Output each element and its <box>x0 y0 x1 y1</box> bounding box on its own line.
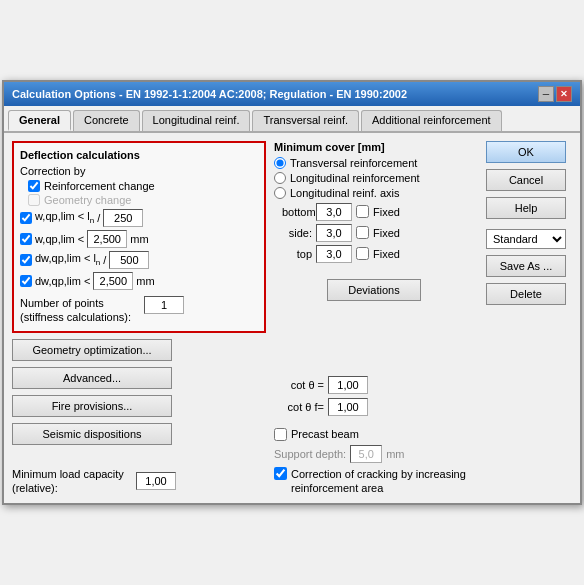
window-title: Calculation Options - EN 1992-1-1:2004 A… <box>12 88 407 100</box>
longitudinal-radio[interactable] <box>274 172 286 184</box>
top-fixed-label: Fixed <box>373 248 400 260</box>
longitudinal-axis-radio[interactable] <box>274 187 286 199</box>
row1-input[interactable] <box>103 209 143 227</box>
points-label: Number of points (stiffness calculations… <box>20 296 140 325</box>
row4-input[interactable] <box>93 272 133 290</box>
close-button[interactable]: ✕ <box>556 86 572 102</box>
points-input[interactable] <box>144 296 184 314</box>
cot-theta-f-input[interactable] <box>328 398 368 416</box>
tab-concrete[interactable]: Concrete <box>73 110 140 131</box>
bottom-fixed-label: Fixed <box>373 206 400 218</box>
points-row: Number of points (stiffness calculations… <box>20 296 258 325</box>
bottom-buttons: Geometry optimization... Advanced... Fir… <box>12 339 172 447</box>
deflection-box: Deflection calculations Correction by Re… <box>12 141 266 333</box>
min-cover-section: Minimum cover [mm] Transversal reinforce… <box>274 141 474 301</box>
row4-label: dw,qp,lim < <box>35 275 90 287</box>
save-as-button[interactable]: Save As ... <box>486 255 566 277</box>
cot-theta-label: cot θ = <box>274 379 324 391</box>
seismic-dispositions-button[interactable]: Seismic dispositions <box>12 423 172 445</box>
far-right-buttons: OK Cancel Help Standard Custom Save As .… <box>482 141 572 495</box>
row1-subscript: n <box>90 217 94 226</box>
support-depth-row: Support depth: mm <box>274 445 474 463</box>
minimize-button[interactable]: ─ <box>538 86 554 102</box>
side-fixed-label: Fixed <box>373 227 400 239</box>
correction-label: Correction of cracking by increasing rei… <box>291 467 474 496</box>
row4-unit: mm <box>136 275 154 287</box>
precast-checkbox[interactable] <box>274 428 287 441</box>
ok-button[interactable]: OK <box>486 141 566 163</box>
row3-slash: / <box>103 254 106 266</box>
min-load-row: Minimum load capacity (relative): <box>12 467 266 496</box>
deflection-title: Deflection calculations <box>20 149 258 161</box>
longitudinal-axis-radio-row: Longitudinal reinf. axis <box>274 187 474 199</box>
formula-row-2: w,qp,lim < mm <box>20 230 258 248</box>
top-fixed-checkbox[interactable] <box>356 247 369 260</box>
main-window: Calculation Options - EN 1992-1-1:2004 A… <box>2 80 582 505</box>
bottom-label: bottom <box>282 206 312 218</box>
main-content: Deflection calculations Correction by Re… <box>4 133 580 503</box>
row2-input[interactable] <box>87 230 127 248</box>
bottom-fixed-checkbox[interactable] <box>356 205 369 218</box>
left-column: Deflection calculations Correction by Re… <box>12 141 266 495</box>
tab-longitudinal-reinf[interactable]: Longitudinal reinf. <box>142 110 251 131</box>
row3-label: dw,qp,lim < ln <box>35 252 100 267</box>
row4-checkbox[interactable] <box>20 275 32 287</box>
min-load-label: Minimum load capacity (relative): <box>12 467 132 496</box>
support-depth-label: Support depth: <box>274 448 346 460</box>
transversal-radio-row: Transversal reinforcement <box>274 157 474 169</box>
tab-general[interactable]: General <box>8 110 71 131</box>
row2-label: w,qp,lim < <box>35 233 84 245</box>
correction-checkbox[interactable] <box>274 467 287 480</box>
row1-checkbox[interactable] <box>20 212 32 224</box>
formula-row-4: dw,qp,lim < mm <box>20 272 258 290</box>
tab-additional-reinforcement[interactable]: Additional reinforcement <box>361 110 502 131</box>
title-bar-buttons: ─ ✕ <box>538 86 572 102</box>
help-button[interactable]: Help <box>486 197 566 219</box>
geometry-change-checkbox[interactable] <box>28 194 40 206</box>
bottom-cover-row: bottom Fixed <box>282 203 474 221</box>
min-load-input[interactable] <box>136 472 176 490</box>
side-fixed-checkbox[interactable] <box>356 226 369 239</box>
row2-unit: mm <box>130 233 148 245</box>
title-bar: Calculation Options - EN 1992-1-1:2004 A… <box>4 82 580 106</box>
cover-values: bottom Fixed side: Fixed top <box>282 203 474 263</box>
tab-transversal-reinf[interactable]: Transversal reinf. <box>252 110 359 131</box>
fire-provisions-button[interactable]: Fire provisions... <box>12 395 172 417</box>
delete-button[interactable]: Delete <box>486 283 566 305</box>
longitudinal-radio-row: Longitudinal reinforcement <box>274 172 474 184</box>
correction-row: Correction of cracking by increasing rei… <box>274 467 474 496</box>
side-cover-input[interactable] <box>316 224 352 242</box>
row3-subscript: n <box>96 259 100 268</box>
right-column: Minimum cover [mm] Transversal reinforce… <box>274 141 474 495</box>
top-cover-input[interactable] <box>316 245 352 263</box>
row3-input[interactable] <box>109 251 149 269</box>
deviations-button[interactable]: Deviations <box>327 279 420 301</box>
longitudinal-label: Longitudinal reinforcement <box>290 172 420 184</box>
row1-label: w,qp,lim < ln <box>35 210 94 225</box>
bottom-cover-input[interactable] <box>316 203 352 221</box>
geometry-optimization-button[interactable]: Geometry optimization... <box>12 339 172 361</box>
cot-theta-row: cot θ = <box>274 376 474 394</box>
cot-theta-input[interactable] <box>328 376 368 394</box>
reinforcement-change-label: Reinforcement change <box>44 180 155 192</box>
cancel-button[interactable]: Cancel <box>486 169 566 191</box>
longitudinal-axis-label: Longitudinal reinf. axis <box>290 187 399 199</box>
geometry-change-row: Geometry change <box>28 194 258 206</box>
cot-section: cot θ = cot θ f= <box>274 376 474 416</box>
cot-theta-f-row: cot θ f= <box>274 398 474 416</box>
transversal-radio[interactable] <box>274 157 286 169</box>
advanced-button[interactable]: Advanced... <box>12 367 172 389</box>
formula-row-1: w,qp,lim < ln / <box>20 209 258 227</box>
cot-theta-f-label: cot θ f= <box>274 401 324 413</box>
support-depth-input[interactable] <box>350 445 382 463</box>
transversal-label: Transversal reinforcement <box>290 157 417 169</box>
standard-dropdown[interactable]: Standard Custom <box>486 229 566 249</box>
row2-checkbox[interactable] <box>20 233 32 245</box>
precast-row: Precast beam <box>274 428 474 441</box>
reinforcement-change-checkbox[interactable] <box>28 180 40 192</box>
formula-row-3: dw,qp,lim < ln / <box>20 251 258 269</box>
reinforcement-change-row: Reinforcement change <box>28 180 258 192</box>
row3-checkbox[interactable] <box>20 254 32 266</box>
correction-label: Correction by <box>20 165 258 177</box>
top-cover-row: top Fixed <box>282 245 474 263</box>
